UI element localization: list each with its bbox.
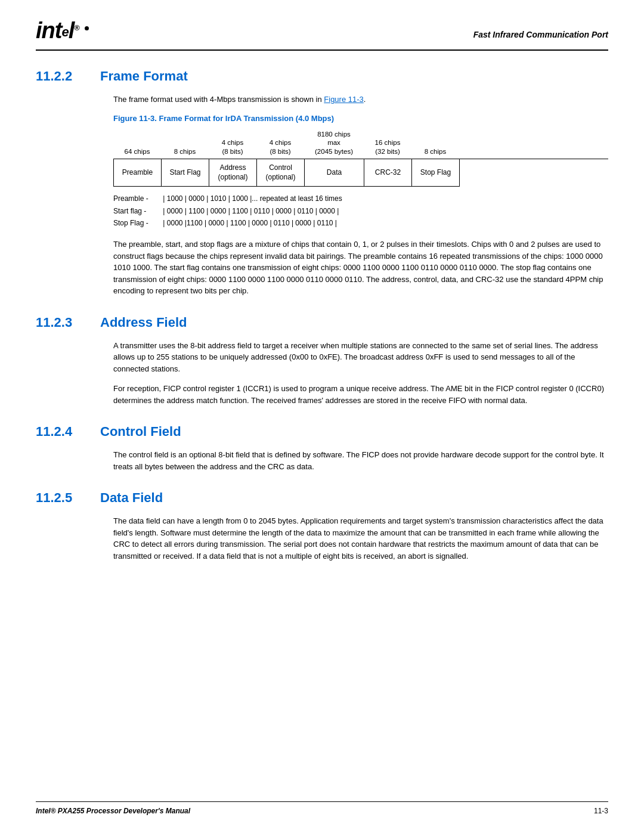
section-224-heading: 11.2.4 Control Field	[36, 424, 608, 439]
section-222-number: 11.2.2	[36, 69, 89, 84]
section-222-body: The preamble, start, and stop flags are …	[113, 239, 608, 297]
frame-cell-preamble: Preamble	[114, 159, 162, 187]
section-223-heading: 11.2.3 Address Field	[36, 315, 608, 330]
section-222-title: Frame Format	[100, 69, 188, 84]
chip-label-6: 8 chips	[411, 147, 459, 156]
section-224-para1: The control field is an optional 8-bit f…	[113, 449, 608, 472]
frame-table: Preamble Start Flag Address(optional) Co…	[113, 159, 608, 187]
chip-label-2: 4 chips(8 bits)	[209, 138, 256, 156]
frame-notes: Preamble - | 1000 | 0000 | 1010 | 1000 |…	[113, 193, 608, 229]
note-start-flag: Start flag - | 0000 | 1100 | 0000 | 1100…	[113, 205, 608, 217]
section-223-title: Address Field	[100, 315, 187, 330]
frame-cell-crc: CRC-32	[364, 159, 412, 187]
figure-title: Figure 11-3. Frame Format for IrDA Trans…	[113, 114, 608, 123]
section-225-number: 11.2.5	[36, 490, 89, 506]
section-225-title: Data Field	[100, 490, 163, 506]
section-222-heading: 11.2.2 Frame Format	[36, 69, 608, 84]
frame-cell-start-flag: Start Flag	[162, 159, 209, 187]
section-223-para2: For reception, FICP control register 1 (…	[113, 383, 608, 406]
chip-label-3: 4 chips(8 bits)	[256, 138, 304, 156]
figure-link[interactable]: Figure 11-3	[324, 95, 363, 104]
chip-label-1: 8 chips	[161, 147, 209, 156]
note-preamble: Preamble - | 1000 | 0000 | 1010 | 1000 |…	[113, 193, 608, 205]
header-title: Fast Infrared Communication Port	[473, 18, 608, 39]
frame-cell-stop-flag: Stop Flag	[412, 159, 460, 187]
section-223-para1: A transmitter uses the 8-bit address fie…	[113, 340, 608, 375]
frame-cell-data: Data	[305, 159, 364, 187]
section-222-intro: The frame format used with 4-Mbps transm…	[113, 94, 608, 106]
frame-diagram: 64 chips 8 chips 4 chips(8 bits) 4 chips…	[113, 130, 608, 230]
frame-cell-address: Address(optional)	[209, 159, 257, 187]
intel-logo: intel®	[36, 18, 89, 44]
chip-label-0: 64 chips	[113, 147, 161, 156]
section-225-para1: The data field can have a length from 0 …	[113, 515, 608, 562]
logo-text: intel	[36, 18, 74, 43]
section-224-title: Control Field	[100, 424, 181, 439]
chip-label-4: 8180 chipsmax(2045 bytes)	[304, 130, 364, 157]
frame-cell-control: Control(optional)	[257, 159, 305, 187]
section-223-number: 11.2.3	[36, 315, 89, 330]
section-224-number: 11.2.4	[36, 424, 89, 439]
footer-right: 11-3	[594, 807, 608, 815]
section-225-heading: 11.2.5 Data Field	[36, 490, 608, 506]
page-footer: Intel® PXA255 Processor Developer's Manu…	[36, 801, 608, 815]
page-header: intel® Fast Infrared Communication Port	[36, 18, 608, 51]
chip-label-5: 16 chips(32 bits)	[364, 138, 411, 156]
chip-labels-row: 64 chips 8 chips 4 chips(8 bits) 4 chips…	[113, 130, 608, 157]
footer-left: Intel® PXA255 Processor Developer's Manu…	[36, 807, 190, 815]
note-stop-flag: Stop Flag - | 0000 |1100 | 0000 | 1100 |…	[113, 217, 608, 229]
